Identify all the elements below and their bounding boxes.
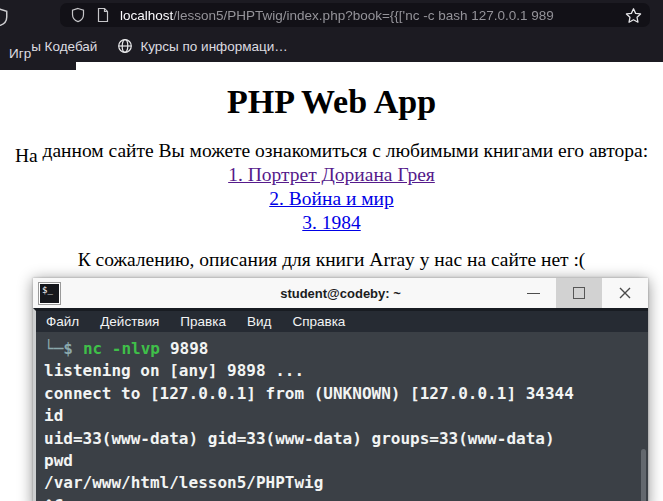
intro-first-word: На xyxy=(15,145,38,166)
book-links: 1. Портрет Дориана Грея 2. Война и мир 3… xyxy=(0,163,663,235)
page-title: PHP Web App xyxy=(0,83,663,121)
terminal-window: $_ student@codeby: ~ Файл Действия Правк… xyxy=(33,278,648,501)
bookmark-star-icon[interactable] xyxy=(625,7,642,24)
terminal-scrollbar-thumb[interactable] xyxy=(641,449,646,501)
bookmark-label: ы Кодебай xyxy=(31,39,97,54)
bookmark-item-courses[interactable]: Курсы по информаци… xyxy=(117,38,287,54)
bookmark-label-part: Игр xyxy=(9,46,31,61)
terminal-line: /var/www/html/lesson5/PHPTwig xyxy=(44,472,640,494)
intro-rest: данном сайте Вы можете ознакомиться с лю… xyxy=(43,140,649,161)
book-link-1[interactable]: 1. Портрет Дориана Грея xyxy=(0,163,663,187)
no-description-text: К сожалению, описания для книги Array у … xyxy=(0,249,663,271)
menu-file[interactable]: Файл xyxy=(46,314,79,329)
menu-help[interactable]: Справка xyxy=(292,314,345,329)
shield-icon[interactable] xyxy=(70,7,86,23)
window-buttons xyxy=(510,278,648,308)
terminal-line: uid=33(www-data) gid=33(www-data) groups… xyxy=(44,428,640,450)
terminal-menubar: Файл Действия Правка Вид Справка xyxy=(33,308,648,332)
terminal-prompt-line: └─$nc -nlvp9898 xyxy=(44,338,640,360)
url-bar[interactable]: localhost/lesson5/PHPTwig/index.php?book… xyxy=(60,3,650,27)
page-info-icon[interactable] xyxy=(95,7,111,23)
url-text: localhost/lesson5/PHPTwig/index.php?book… xyxy=(120,8,619,23)
bookmark-label: Курсы по информаци… xyxy=(140,39,287,54)
browser-toolbar: localhost/lesson5/PHPTwig/index.php?book… xyxy=(0,0,663,30)
terminal-line: id xyxy=(44,405,640,427)
minimize-button[interactable] xyxy=(510,278,556,308)
book-link-2[interactable]: 2. Война и мир xyxy=(0,187,663,211)
intro-text: На данном сайте Вы можете ознакомиться с… xyxy=(0,139,663,163)
maximize-button[interactable] xyxy=(556,278,602,308)
shell-command: nc -nlvp xyxy=(83,339,160,358)
bookmark-item-games[interactable]: Игры Кодебай xyxy=(9,39,97,54)
book-link-3[interactable]: 3. 1984 xyxy=(0,211,663,235)
terminal-line: ^C xyxy=(44,495,640,501)
shell-command-arg: 9898 xyxy=(170,339,209,358)
globe-icon xyxy=(117,38,133,54)
menu-edit[interactable]: Правка xyxy=(180,314,226,329)
menu-actions[interactable]: Действия xyxy=(100,314,159,329)
screen: localhost/lesson5/PHPTwig/index.php?book… xyxy=(0,0,663,501)
terminal-line: pwd xyxy=(44,450,640,472)
bookmarks-bar: Игры Кодебай Курсы по информаци… xyxy=(0,30,663,62)
terminal-titlebar[interactable]: $_ student@codeby: ~ xyxy=(33,278,648,308)
terminal-app-icon: $_ xyxy=(39,283,60,304)
close-button[interactable] xyxy=(602,278,648,308)
extension-icon[interactable] xyxy=(0,8,9,26)
shell-prompt: └─$ xyxy=(44,339,73,358)
url-path: /lesson5/PHPTwig/index.php?book={{['nc -… xyxy=(173,8,553,23)
terminal-line: listening on [any] 9898 ... xyxy=(44,360,640,382)
maximize-icon xyxy=(573,287,585,299)
terminal-output-area[interactable]: └─$nc -nlvp9898 listening on [any] 9898 … xyxy=(33,332,648,501)
terminal-line: connect to [127.0.0.1] from (UNKNOWN) [1… xyxy=(44,383,640,405)
url-host: localhost xyxy=(120,8,173,23)
toolbar-edge-artifact xyxy=(0,62,76,70)
close-icon xyxy=(618,286,632,300)
minimize-icon xyxy=(527,293,540,294)
web-page-content: PHP Web App На данном сайте Вы можете оз… xyxy=(0,83,663,271)
menu-view[interactable]: Вид xyxy=(247,314,271,329)
